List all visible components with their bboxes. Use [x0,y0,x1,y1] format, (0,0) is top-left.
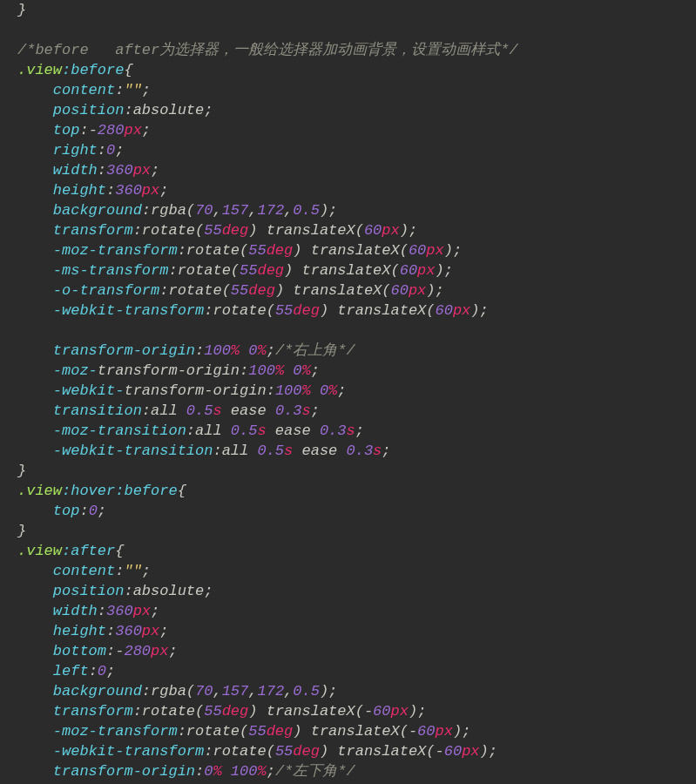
code-line: -ms-transform:rotate(55deg) translateX(6… [17,262,453,279]
code-line: -webkit-transform:rotate(55deg) translat… [17,302,489,319]
code-line: -moz-transition:all 0.5s ease 0.3s; [17,422,364,439]
code-line: transform:rotate(55deg) translateX(60px)… [17,222,417,239]
code-line: content:""; [17,563,151,579]
code-line: width:360px; [17,603,159,619]
code-line: .view:hover:before{ [17,483,186,499]
code-line: -o-transform:rotate(55deg) translateX(60… [17,282,444,299]
code-line: width:360px; [17,162,159,179]
code-line: content:""; [17,82,151,98]
code-line: top:-280px; [17,122,151,139]
code-line: } [17,2,26,18]
code-line: transform:rotate(55deg) translateX(-60px… [17,703,426,720]
code-line: } [17,523,26,539]
code-line: .view:after{ [17,543,124,559]
code-line: /*before after为选择器，一般给选择器加动画背景，设置动画样式*/ [17,42,518,58]
code-line: -moz-transform:rotate(55deg) translateX(… [17,242,462,259]
code-line: .view:before{ [17,62,133,78]
code-line: right:0; [17,142,124,159]
code-line: -webkit-transform:rotate(55deg) translat… [17,743,497,760]
code-line: position:absolute; [17,102,213,118]
code-line: bottom:-280px; [17,643,178,659]
code-line: } [17,463,26,479]
code-line: height:360px; [17,182,168,199]
code-line: transform-origin:0% 100%;/*左下角*/ [17,763,355,780]
code-line: position:absolute; [17,583,213,599]
code-line: height:360px; [17,623,168,639]
code-line: -moz-transform-origin:100% 0%; [17,362,320,379]
code-line: -moz-transform:rotate(55deg) translateX(… [17,723,470,740]
code-line: left:0; [17,663,115,679]
code-line: background:rgba(70,157,172,0.5); [17,683,337,700]
code-line: transform-origin:100% 0%;/*右上角*/ [17,342,355,359]
code-line: transition:all 0.5s ease 0.3s; [17,402,320,419]
code-line: background:rgba(70,157,172,0.5); [17,202,337,219]
code-line: top:0; [17,503,106,519]
code-line: -webkit-transform-origin:100% 0%; [17,382,347,399]
code-line: -webkit-transition:all 0.5s ease 0.3s; [17,443,391,459]
code-editor[interactable]: } /*before after为选择器，一般给选择器加动画背景，设置动画样式*… [0,0,696,784]
